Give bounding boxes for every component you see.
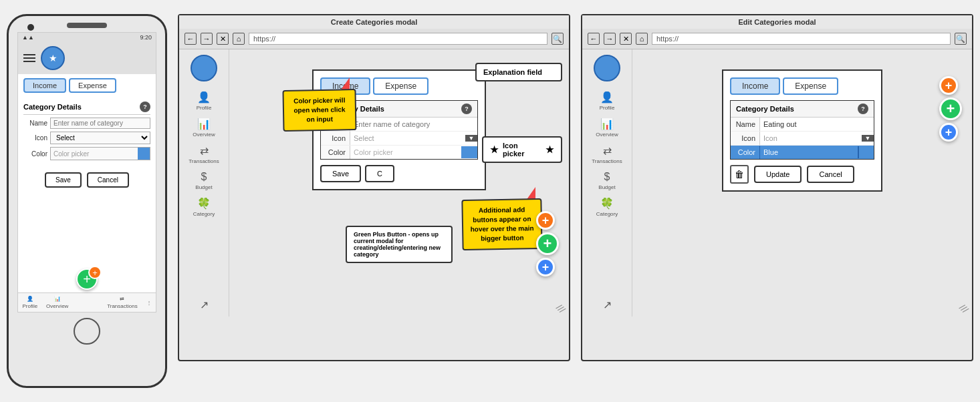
sidebar-item-export[interactable]: ↗ (200, 298, 209, 311)
phone-home-button[interactable] (74, 318, 100, 345)
edit-color-text: Blue (760, 146, 858, 158)
edit-back-button[interactable]: ← (588, 33, 600, 45)
phone-name-label: Name (23, 120, 47, 127)
edit-close-button[interactable]: ✕ (620, 33, 632, 45)
edit-help-icon[interactable]: ? (858, 104, 868, 114)
nav-item-transactions[interactable]: ⇄ Transactions (107, 296, 138, 309)
create-browser-mockup: Create Categories modal ← → ✕ ⌂ 🔍 👤 Prof… (178, 14, 570, 361)
edit-name-label: Name (731, 118, 760, 131)
edit-forward-button[interactable]: → (604, 33, 616, 45)
edit-color-swatch[interactable] (858, 146, 874, 158)
create-icon-select-wrap: Select ▼ (350, 132, 477, 144)
edit-search-icon[interactable]: 🔍 (955, 33, 967, 45)
sidebar-transactions-icon: ⇄ (200, 144, 209, 157)
phone-help-icon[interactable]: ? (140, 102, 150, 112)
edit-sidebar-item-budget[interactable]: $ Budget (598, 171, 615, 190)
phone-color-row: Color Color picker (23, 147, 150, 160)
create-search-icon[interactable]: 🔍 (552, 33, 564, 45)
create-home-button[interactable]: ⌂ (233, 33, 245, 45)
nav-item-profile[interactable]: 👤 Profile (22, 296, 37, 309)
explanation-callout: Explanation field (475, 63, 562, 81)
explanation-callout-text: Explanation field (483, 68, 542, 76)
sidebar-item-profile[interactable]: 👤 Profile (197, 91, 212, 111)
phone-nav-bar: 👤 Profile 📊 Overview ⇄ Transactions ⋮ (18, 292, 156, 312)
add-buttons-annotation: Additional add buttons appear on hover o… (461, 198, 542, 250)
add-buttons-annotation-text: Additional add buttons appear on hover o… (471, 206, 534, 242)
create-name-input[interactable] (350, 118, 477, 130)
transactions-icon: ⇄ (120, 296, 124, 302)
create-icon-select-text: Select (350, 132, 465, 144)
edit-sidebar-item-overview[interactable]: 📊 Overview (596, 118, 618, 138)
create-modal-buttons: Save C (320, 165, 478, 182)
sidebar-item-transactions[interactable]: ⇄ Transactions (189, 144, 219, 164)
edit-name-input[interactable] (760, 118, 874, 130)
edit-icon-row: Icon Icon ▼ (731, 132, 874, 146)
create-icon-select-arrow[interactable]: ▼ (465, 135, 477, 142)
create-sidebar-logo (191, 55, 217, 81)
phone-icon-select[interactable]: Select (50, 132, 150, 144)
edit-sidebar-item-export[interactable]: ↗ (603, 298, 612, 311)
create-forward-button[interactable]: → (201, 33, 213, 45)
sidebar-item-overview[interactable]: 📊 Overview (193, 118, 215, 138)
create-close-button[interactable]: ✕ (217, 33, 229, 45)
phone-color-input-wrap[interactable]: Color picker (50, 147, 150, 160)
edit-tab-income[interactable]: Income (730, 77, 780, 95)
nav-item-overview[interactable]: 📊 Overview (46, 296, 68, 309)
phone-tab-expense[interactable]: Expense (69, 78, 116, 93)
color-picker-note-wrap: Color picker will open when click on inp… (283, 89, 356, 131)
create-tab-expense[interactable]: Expense (373, 77, 428, 95)
sidebar-profile-icon: 👤 (197, 91, 211, 104)
phone-bottom-nav: + + 👤 Profile 📊 Overview ⇄ (18, 268, 156, 312)
edit-browser-main: Income Expense Category Details ? Name (632, 49, 972, 317)
sidebar-category-icon: 🍀 (197, 197, 211, 210)
edit-sidebar-item-category[interactable]: 🍀 Category (596, 197, 618, 217)
phone-plus-wrap: + + (76, 268, 98, 290)
edit-section-header: Category Details ? (731, 101, 874, 118)
create-plus-orange[interactable]: + (536, 211, 555, 230)
hamburger-icon[interactable] (23, 54, 35, 62)
edit-tab-expense[interactable]: Expense (783, 77, 838, 95)
create-url-bar[interactable] (249, 33, 547, 45)
green-btn-callout-text: Green Plus Button - opens up current mod… (354, 231, 441, 258)
nav-item-more[interactable]: ⋮ (146, 300, 152, 306)
edit-trash-button[interactable]: 🗑 (730, 165, 749, 184)
edit-sidebar-item-transactions[interactable]: ⇄ Transactions (592, 144, 622, 164)
phone-color-text: Color picker (51, 149, 138, 159)
icon-picker-callout-text: Icon picker (503, 142, 537, 158)
chart-icon: 📊 (54, 296, 61, 302)
sidebar-item-budget[interactable]: $ Budget (195, 171, 212, 190)
sidebar-item-category[interactable]: 🍀 Category (193, 197, 215, 217)
create-cancel-button[interactable]: C (365, 165, 394, 182)
edit-home-button[interactable]: ⌂ (636, 33, 648, 45)
edit-plus-green[interactable]: + (939, 97, 962, 120)
create-save-button[interactable]: Save (320, 165, 361, 182)
phone-name-input[interactable] (50, 118, 150, 129)
edit-category-section: Category Details ? Name Icon Icon (730, 100, 874, 160)
edit-modal-buttons-row: 🗑 Update Cancel (730, 165, 874, 184)
sidebar-category-label: Category (193, 211, 215, 217)
edit-plus-blue[interactable]: + (939, 123, 958, 142)
create-help-icon[interactable]: ? (461, 104, 472, 114)
edit-url-bar[interactable] (652, 33, 951, 45)
edit-icon-select-arrow[interactable]: ▼ (862, 135, 874, 142)
phone-category-details: Category Details ? Name Icon Select (18, 97, 156, 166)
edit-cancel-button[interactable]: Cancel (807, 166, 854, 183)
phone-mockup: ▲▲ 9:20 ★ Income Expense Category Det (7, 14, 167, 388)
nav-overview-label: Overview (46, 303, 68, 309)
create-plus-blue[interactable]: + (536, 258, 555, 276)
create-plus-green[interactable]: + (536, 232, 559, 255)
nav-profile-label: Profile (22, 303, 37, 309)
edit-modal-form: Income Expense Category Details ? Name (722, 69, 882, 192)
phone-tabs-row: Income Expense (18, 74, 156, 97)
color-picker-annotation-text: Color picker will open when click on inp… (293, 96, 346, 123)
sidebar-budget-icon: $ (201, 171, 207, 183)
phone-color-swatch[interactable] (138, 148, 150, 160)
edit-plus-orange[interactable]: + (939, 76, 958, 95)
edit-update-button[interactable]: Update (754, 166, 802, 183)
create-color-swatch[interactable] (461, 146, 477, 158)
create-back-button[interactable]: ← (185, 33, 197, 45)
phone-tab-income[interactable]: Income (23, 78, 66, 93)
phone-save-button[interactable]: Save (45, 172, 82, 188)
phone-cancel-button[interactable]: Cancel (87, 172, 129, 188)
edit-sidebar-item-profile[interactable]: 👤 Profile (600, 91, 615, 111)
